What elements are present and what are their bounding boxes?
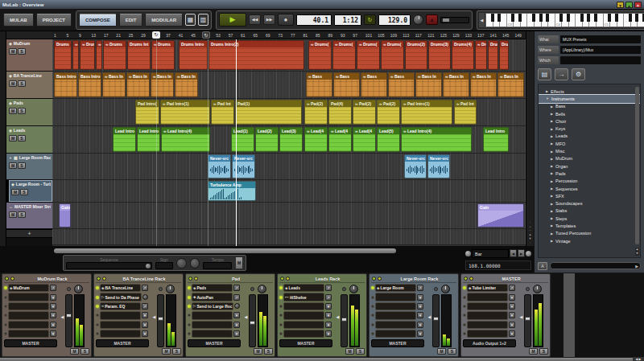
bar-position-display[interactable]: 40.1: [296, 14, 332, 26]
piano-black-key[interactable]: [559, 14, 563, 22]
tree-arrow-icon[interactable]: ▶: [551, 194, 553, 198]
tree-item-bass[interactable]: ▶Bass: [539, 103, 640, 110]
track-row-large-room-rac[interactable]: ▼▦Large Room RacMS: [6, 154, 52, 180]
fader-grip[interactable]: [525, 317, 530, 321]
insert-arrow-icon[interactable]: →: [555, 68, 568, 80]
slot-bar[interactable]: [283, 321, 324, 329]
clip-lead-3[interactable]: Lead(3): [279, 127, 303, 152]
keyboard-view-icon[interactable]: ▦: [185, 14, 196, 26]
add-track-button[interactable]: +: [6, 229, 52, 238]
strip-slot[interactable]: ◈Pads↗: [188, 284, 241, 292]
tree-arrow-icon[interactable]: ▶: [551, 224, 553, 228]
clip-lead-5[interactable]: Lead(5): [377, 127, 400, 152]
piano-white-key[interactable]: [617, 14, 625, 27]
slot-edit-button[interactable]: ↗: [50, 285, 56, 291]
slot-menu-button[interactable]: ▼: [325, 303, 332, 310]
piano-black-key[interactable]: [567, 14, 570, 22]
fader-grip[interactable]: [66, 314, 72, 318]
clip-drur[interactable]: ∞ Drur: [475, 40, 487, 70]
slot-bar[interactable]: [100, 311, 141, 319]
tree-arrow-icon[interactable]: ▶: [546, 89, 548, 93]
close-button[interactable]: ×: [634, 2, 642, 8]
strip-slot[interactable]: ▼: [96, 330, 149, 338]
rack-view-icon[interactable]: ▥: [198, 14, 208, 26]
track-solo-button[interactable]: S: [18, 162, 26, 169]
slot-edit-button[interactable]: ↗: [325, 285, 332, 291]
arrange-row-bass[interactable]: Bass IntroBass Intro∞ Bass In∞ Bass In∞ …: [52, 72, 526, 99]
piano-black-key[interactable]: [594, 14, 597, 22]
piano-white-key[interactable]: [500, 14, 507, 27]
clip-bass-in[interactable]: ∞ Bass In: [497, 72, 524, 97]
sequence-menu-icon[interactable]: [146, 264, 151, 269]
tree-arrow-icon[interactable]: ▶: [551, 127, 553, 131]
track-mute-button[interactable]: M: [9, 108, 17, 114]
track-row-large-room-turb[interactable]: ◈Large Room - TurbMS: [6, 180, 52, 203]
tree-item-steps[interactable]: ▶Steps: [539, 215, 640, 222]
arrange-row-audio2[interactable]: Turbulence Amp: [52, 180, 526, 203]
strip-trim-knob[interactable]: [434, 287, 438, 291]
tree-item-choir[interactable]: ▶Choir: [539, 117, 640, 125]
audition-button[interactable]: A: [538, 262, 547, 270]
tree-item-pads[interactable]: ▶Pads: [539, 170, 640, 177]
tree-item-mfo[interactable]: ▶MFO: [539, 140, 640, 147]
slot-bar[interactable]: [467, 330, 508, 338]
strip-slot[interactable]: ▼: [4, 302, 57, 310]
track-mute-button[interactable]: M: [11, 189, 19, 195]
slot-menu-button[interactable]: ▼: [417, 303, 423, 310]
strip-power-icon[interactable]: [464, 277, 468, 281]
strip-slot[interactable]: ▷Send to Large Roc: [188, 302, 241, 310]
clip-bass-intro[interactable]: Bass Intro: [54, 72, 77, 97]
slot-edit-button[interactable]: ↗: [142, 285, 148, 291]
strip-slot[interactable]: ◈Large Room↗: [371, 284, 424, 292]
slot-menu-button[interactable]: ▼: [417, 322, 423, 328]
strip-slot[interactable]: ▼: [279, 302, 332, 310]
strip-slot[interactable]: ▼: [4, 311, 57, 319]
slot-menu-button[interactable]: ▼: [233, 312, 240, 318]
track-solo-button[interactable]: S: [20, 189, 28, 195]
clip-drums[interactable]: ∞ Drums(: [332, 40, 356, 70]
clip-bass-intro[interactable]: Bass Intro: [78, 72, 101, 97]
piano-white-key[interactable]: C4: [555, 14, 563, 27]
clip-bass[interactable]: ∞ Bass: [361, 72, 387, 97]
strip-slot[interactable]: ▼: [4, 330, 57, 338]
strip-slot[interactable]: ▼: [463, 321, 516, 329]
piano-white-key[interactable]: [597, 14, 604, 27]
clip-bass-in[interactable]: ∞ Bass In: [126, 72, 150, 97]
slot-menu-button[interactable]: ▼: [50, 294, 56, 301]
mixer-scrollbar[interactable]: [0, 357, 633, 361]
strip-menu-icon[interactable]: [194, 277, 198, 281]
piano-black-key[interactable]: [511, 14, 514, 22]
edit-position-field[interactable]: 108.1.00000: [465, 260, 531, 270]
settings-gear-icon[interactable]: ⚙: [572, 68, 585, 80]
sequence-selector[interactable]: [66, 262, 152, 269]
slot-bar[interactable]: [375, 293, 416, 301]
strip-menu-icon[interactable]: [286, 277, 290, 281]
field-value[interactable]: (AppLibrary)/Mux: [560, 46, 641, 54]
slot-menu-button[interactable]: ▼: [509, 322, 515, 328]
strip-pan-knob[interactable]: [258, 285, 266, 293]
slot-bar[interactable]: [375, 311, 416, 319]
arrange-row-master[interactable]: GainGain: [52, 203, 526, 229]
tree-item-templates[interactable]: ▶Templates: [539, 222, 640, 229]
strip-output-button[interactable]: MASTER: [371, 339, 424, 347]
clip-drum[interactable]: Drum: [499, 40, 509, 70]
tree-arrow-icon[interactable]: ▶: [551, 216, 553, 220]
slot-bar[interactable]: [283, 311, 324, 319]
strip-power-icon[interactable]: [188, 277, 192, 281]
strip-slot[interactable]: ▷Send to Da Phase: [96, 293, 149, 301]
clip-bass[interactable]: ∞ Bass: [306, 72, 332, 97]
piano-white-key[interactable]: [562, 14, 569, 27]
clip-lead-intro[interactable]: Lead Intro: [113, 127, 136, 152]
strip-mute-button[interactable]: M: [345, 348, 354, 355]
strip-trim-knob[interactable]: [250, 287, 254, 291]
piano-white-key[interactable]: [631, 14, 638, 27]
maximize-button[interactable]: ▴: [625, 2, 633, 8]
track-solo-button[interactable]: S: [18, 48, 26, 55]
tree-item-sequences[interactable]: ▶Sequences: [539, 185, 640, 192]
strip-pan-knob[interactable]: [166, 285, 175, 293]
slot-bar[interactable]: ◈AutoPan: [192, 293, 233, 301]
strip-slot[interactable]: ▼: [371, 302, 424, 310]
tree-scrollbar[interactable]: [635, 87, 639, 244]
clip-lead-4[interactable]: ∞ Lead(4: [328, 127, 352, 152]
slot-bar[interactable]: [283, 330, 324, 338]
